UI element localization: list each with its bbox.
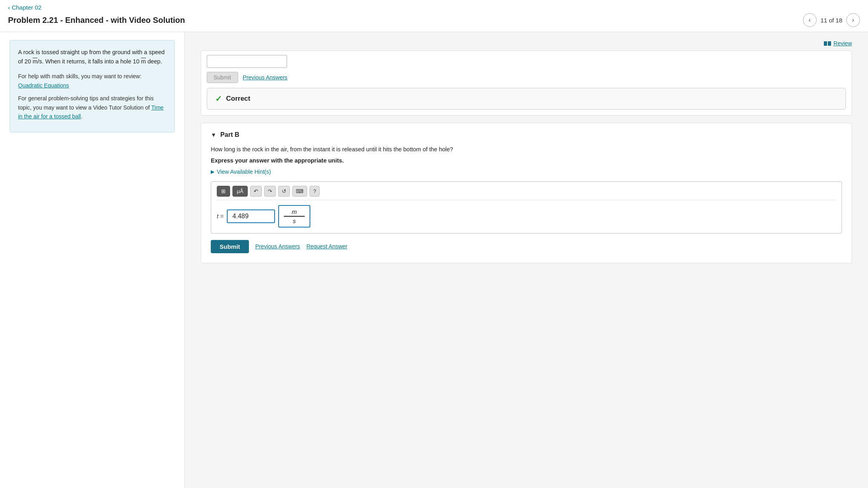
nav-count: 11 of 18 <box>821 17 842 24</box>
request-answer-link[interactable]: Request Answer <box>306 243 347 250</box>
period: . <box>81 113 82 120</box>
correct-box: ✓ Correct <box>207 88 846 110</box>
template-button[interactable]: ⊞ <box>217 186 230 197</box>
help-button[interactable]: ? <box>310 186 320 197</box>
reset-button[interactable]: ↺ <box>278 186 290 197</box>
nav-controls: ‹ 11 of 18 › <box>803 13 860 27</box>
prev-input-box[interactable] <box>207 55 287 68</box>
problem-text: A rock is tossed straight up from the gr… <box>18 48 166 66</box>
tossed-word: tossed <box>42 49 59 55</box>
unit-button[interactable]: μÅ <box>232 186 248 197</box>
math-unit-input[interactable]: m s <box>278 205 310 228</box>
part-b-section: ▼ Part B How long is the rock in the air… <box>201 123 852 263</box>
math-label: t = <box>217 213 224 220</box>
unit-fraction-line <box>284 216 305 217</box>
math-toolbar: ⊞ μÅ ↶ ↷ ↺ ⌨ <box>217 186 836 200</box>
part-b-question: How long is the rock in the air, from th… <box>211 145 842 154</box>
reset-icon: ↺ <box>282 188 286 194</box>
undo-button[interactable]: ↶ <box>250 186 262 197</box>
unit-denominator: s <box>293 217 296 224</box>
help-icon: ? <box>313 188 316 194</box>
keyboard-icon: ⌨ <box>296 188 304 194</box>
previous-answers-link[interactable]: Previous Answers <box>255 243 300 250</box>
nav-prev-button[interactable]: ‹ <box>803 13 817 27</box>
prev-answers-link[interactable]: Previous Answers <box>243 74 287 81</box>
review-button[interactable]: Review <box>824 40 852 47</box>
part-b-instruction: Express your answer with the appropriate… <box>211 157 842 164</box>
math-value-input[interactable]: 4.489 <box>227 209 275 223</box>
submit-button[interactable]: Submit <box>211 240 249 253</box>
right-panel: Review Submit Previous Answers ✓ Correct… <box>185 32 868 488</box>
problem-title: Problem 2.21 - Enhanced - with Video Sol… <box>8 16 185 25</box>
view-hints-link[interactable]: ▶ View Available Hint(s) <box>211 169 842 175</box>
redo-button[interactable]: ↷ <box>264 186 276 197</box>
part-b-title: Part B <box>220 131 239 138</box>
review-icon <box>824 41 831 46</box>
math-input-row: t = 4.489 m s <box>217 205 836 228</box>
left-panel: A rock is tossed straight up from the gr… <box>0 32 185 488</box>
unit-numerator: m <box>292 208 297 215</box>
help-text-1: For help with math skills, you may want … <box>18 72 166 90</box>
hint-arrow-icon: ▶ <box>211 169 214 175</box>
math-input-container: ⊞ μÅ ↶ ↷ ↺ ⌨ <box>211 181 842 234</box>
review-label: Review <box>833 40 852 47</box>
prev-part-area: Submit Previous Answers ✓ Correct <box>201 51 852 116</box>
redo-icon: ↷ <box>268 188 272 194</box>
chapter-link[interactable]: Chapter 02 <box>8 4 41 11</box>
unit-icon: μÅ <box>237 188 243 194</box>
problem-box: A rock is tossed straight up from the gr… <box>10 40 175 132</box>
correct-check-icon: ✓ <box>215 94 222 104</box>
correct-label: Correct <box>226 95 250 103</box>
prev-submit-button[interactable]: Submit <box>207 72 238 83</box>
help-text-2: For general problem-solving tips and str… <box>18 94 166 121</box>
part-b-collapse-arrow[interactable]: ▼ <box>211 132 216 138</box>
bottom-submit-row: Submit Previous Answers Request Answer <box>211 240 842 253</box>
tossed-ball-link[interactable]: Time in the air for a tossed ball <box>18 104 163 120</box>
hint-label: View Available Hint(s) <box>217 169 271 175</box>
nav-next-button[interactable]: › <box>846 13 860 27</box>
undo-icon: ↶ <box>254 188 258 194</box>
keyboard-button[interactable]: ⌨ <box>292 186 307 197</box>
template-icon: ⊞ <box>221 188 226 194</box>
quadratic-link[interactable]: Quadratic Equations <box>18 82 69 89</box>
